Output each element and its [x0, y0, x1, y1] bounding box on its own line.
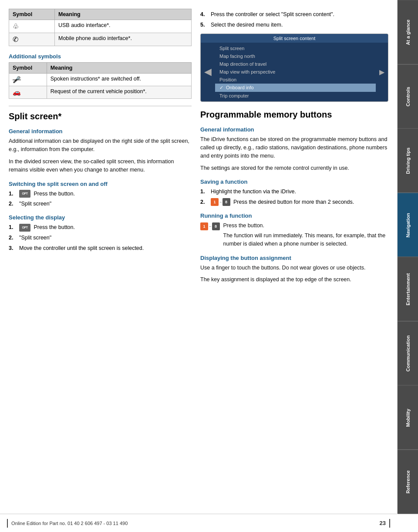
meaning-cell: USB audio interface*. — [55, 20, 192, 33]
option-button-icon: OPT — [19, 190, 30, 198]
screen-menu-item-onboard-info[interactable]: ✓ Onboard info — [215, 84, 376, 92]
running-memory-button-icons: 1 ··· 8 — [200, 222, 220, 230]
step-number: 1. — [9, 190, 17, 198]
col-meaning: Meaning — [55, 9, 192, 20]
memory-button-icons: 1 ··· 8 — [211, 198, 230, 206]
footer-right-line — [389, 519, 390, 528]
step-content: Highlight the function via the iDrive. — [211, 188, 388, 196]
step-text: Press the button. — [34, 224, 75, 230]
displaying-para-2: The key assignment is displayed at the t… — [200, 276, 388, 284]
selecting-steps: 1. OPT Press the button. 2. "Split scree… — [9, 223, 192, 252]
run-mem-btn-1-icon: 1 — [200, 222, 208, 230]
additional-symbols-label: Additional symbols — [9, 53, 192, 60]
step-number: 4. — [200, 10, 209, 19]
meaning-cell: Mobile phone audio interface*. — [55, 33, 192, 46]
step-item: 1. Highlight the function via the iDrive… — [200, 188, 388, 196]
step-text: Press the button. — [34, 191, 75, 197]
switching-steps: 1. OPT Press the button. 2. "Split scree… — [9, 190, 192, 209]
step-number: 2. — [9, 234, 17, 242]
symbol-cell: ✆ — [9, 33, 55, 46]
step-item: 2. "Split screen" — [9, 200, 192, 208]
step-item: 2. "Split screen" — [9, 234, 192, 242]
step-content: OPT Press the button. — [19, 223, 192, 232]
step-item: 1. OPT Press the button. — [9, 223, 192, 232]
saving-steps: 1. Highlight the function via the iDrive… — [200, 188, 388, 206]
mic-off-icon: 🎤 — [13, 76, 21, 83]
footer-right: 23 — [380, 519, 390, 528]
table-row: 🚗 Request of the current vehicle positio… — [9, 86, 192, 99]
step-item: 2. 1 ··· 8 Press the desired button for … — [200, 198, 388, 206]
general-info-heading-left: General information — [9, 128, 192, 135]
phone-icon: ✆ — [13, 36, 18, 43]
selecting-heading: Selecting the display — [9, 214, 192, 221]
col-symbol: Symbol — [9, 9, 55, 20]
right-column: 4. Press the controller or select "Split… — [200, 9, 388, 523]
arrow-left-icon[interactable]: ◀ — [201, 66, 215, 77]
programmable-memory-section: Programmable memory buttons General info… — [200, 109, 388, 284]
symbols-table: Symbol Meaning ♧ USB audio interface*. ✆ — [9, 9, 192, 46]
screen-menu-item[interactable]: Position — [215, 76, 376, 84]
running-description: The function will run immediately. This … — [223, 232, 388, 249]
step-item: 4. Press the controller or select "Split… — [200, 10, 388, 19]
footer-accent-line — [7, 519, 8, 528]
option-button-icon: OPT — [19, 224, 30, 232]
page-footer: Online Edition for Part no. 01 40 2 606 … — [0, 514, 397, 532]
step-content: Select the desired menu item. — [211, 21, 388, 29]
general-info-para-1: Additional information can be displayed … — [9, 137, 192, 154]
step-number: 2. — [200, 198, 209, 206]
section-divider — [9, 106, 192, 106]
saving-heading: Saving a function — [200, 178, 388, 185]
main-content: Symbol Meaning ♧ USB audio interface*. ✆ — [0, 0, 397, 532]
step-item: 3. Move the controller until the split s… — [9, 244, 192, 253]
table-row: ♧ USB audio interface*. — [9, 20, 192, 33]
checkmark-icon: ✓ — [219, 85, 223, 91]
step-content: "Split screen" — [19, 200, 192, 208]
step-content: Move the controller until the split scre… — [19, 244, 192, 253]
step-number: 5. — [200, 21, 209, 29]
run-mem-btn-8-icon: 8 — [212, 222, 220, 230]
step-content: "Split screen" — [19, 234, 192, 242]
symbol-cell: 🚗 — [9, 86, 47, 99]
step-content: Press the controller or select "Split sc… — [211, 10, 388, 19]
displaying-heading: Displaying the button assignment — [200, 255, 388, 261]
sidebar-tab-at-a-glance[interactable]: At a glance — [398, 0, 418, 64]
screen-menu-item[interactable]: Map direction of travel — [215, 60, 376, 68]
screen-menu-list: Split screen Map facing north Map direct… — [215, 44, 376, 100]
page-number: 23 — [380, 520, 386, 526]
screen-menu-item[interactable]: Map facing north — [215, 52, 376, 60]
sidebar-tab-navigation[interactable]: Navigation — [398, 193, 418, 257]
sidebar-tab-reference[interactable]: Reference — [398, 450, 418, 514]
step-number: 1. — [9, 223, 17, 232]
meaning-cell: Spoken instructions* are switched off. — [47, 74, 191, 86]
sidebar-tab-mobility[interactable]: Mobility — [398, 385, 418, 450]
step-text: Press the desired button for more than 2… — [233, 199, 354, 205]
sidebar-tab-controls[interactable]: Controls — [398, 64, 418, 129]
sidebar-tab-entertainment[interactable]: Entertainment — [398, 257, 418, 321]
running-content: 1 ··· 8 Press the button. The function w… — [200, 222, 388, 249]
step-content: OPT Press the button. — [19, 190, 192, 198]
mem-btn-1-icon: 1 — [211, 198, 219, 206]
arrow-right-icon[interactable]: ▶ — [376, 68, 388, 76]
col-meaning: Meaning — [47, 63, 191, 74]
sidebar-tab-communication[interactable]: Communication — [398, 321, 418, 386]
usb-icon: ♧ — [13, 23, 19, 30]
screen-menu-item[interactable]: Map view with perspective — [215, 68, 376, 76]
screen-image: Split screen content ◀ Split screen Map … — [200, 34, 388, 102]
running-press-text: Press the button. — [223, 222, 388, 230]
screen-menu-item[interactable]: Split screen — [215, 44, 376, 52]
switching-heading: Switching the split screen on and off — [9, 181, 192, 187]
prog-general-info-para-2: The settings are stored for the remote c… — [200, 164, 388, 172]
screen-menu-item[interactable]: Trip computer — [215, 92, 376, 100]
split-screen-title: Split screen* — [9, 111, 192, 122]
running-heading: Running a function — [200, 212, 388, 219]
step-item: 5. Select the desired menu item. — [200, 21, 388, 29]
step-number: 2. — [9, 200, 17, 208]
step-content: 1 ··· 8 Press the desired button for mor… — [211, 198, 388, 206]
step-number: 1. — [200, 188, 209, 196]
split-screen-section: Split screen* General information Additi… — [9, 111, 192, 252]
table-row: 🎤 Spoken instructions* are switched off. — [9, 74, 192, 86]
prog-general-info-para-1: The iDrive functions can be stored on th… — [200, 135, 388, 161]
sidebar-tab-driving-tips[interactable]: Driving tips — [398, 128, 418, 193]
symbol-cell: ♧ — [9, 20, 55, 33]
footer-left: Online Edition for Part no. 01 40 2 606 … — [7, 519, 128, 528]
